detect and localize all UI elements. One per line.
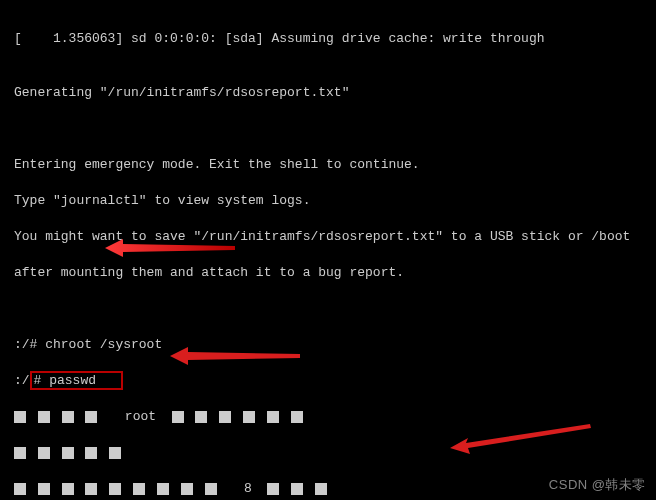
highlight-box-passwd: # passwd (30, 371, 124, 390)
log-line: [ 1.356063] sd 0:0:0:0: [sda] Assuming d… (14, 30, 642, 48)
terminal-output: [ 1.356063] sd 0:0:0:0: [sda] Assuming d… (0, 0, 656, 500)
garbled-line: root (14, 408, 642, 426)
log-line: Generating "/run/initramfs/rdsosreport.t… (14, 84, 642, 102)
cmd-chroot[interactable]: :/# chroot /sysroot (14, 336, 642, 354)
cmd-passwd-1[interactable]: :/# passwd (14, 372, 642, 390)
garbled-line (14, 444, 642, 462)
garbled-line: 8 (14, 480, 642, 498)
watermark: CSDN @韩未零 (549, 476, 646, 494)
log-line: after mounting them and attach it to a b… (14, 264, 642, 282)
log-line: Entering emergency mode. Exit the shell … (14, 156, 642, 174)
log-line: Type "journalctl" to view system logs. (14, 192, 642, 210)
log-line: You might want to save "/run/initramfs/r… (14, 228, 642, 246)
